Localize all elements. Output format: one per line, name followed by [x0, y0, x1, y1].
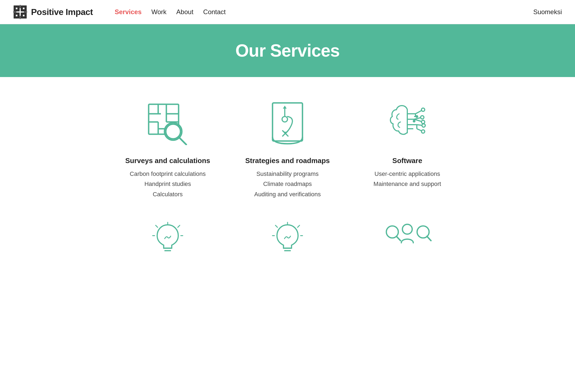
svg-point-48: [421, 120, 425, 124]
svg-point-49: [422, 124, 425, 127]
svg-line-64: [298, 225, 299, 227]
nav-contact[interactable]: Contact: [203, 8, 226, 16]
svg-point-47: [421, 116, 424, 119]
svg-rect-4: [16, 8, 17, 9]
service-title-software: Software: [392, 157, 422, 165]
hero-title: Our Services: [0, 41, 575, 61]
svg-line-56: [156, 225, 158, 227]
header: Positive Impact Services Work About Cont…: [0, 0, 575, 24]
list-item: Maintenance and support: [374, 179, 441, 189]
list-item: Carbon footprint calculations: [130, 169, 206, 179]
service-items-surveys: Carbon footprint calculations Handprint …: [130, 169, 206, 199]
list-item: Climate roadmaps: [254, 179, 321, 189]
svg-rect-5: [23, 8, 25, 9]
hero-banner: Our Services: [0, 24, 575, 77]
services-section: Surveys and calculations Carbon footprin…: [97, 77, 478, 210]
list-item: User-centric applications: [374, 169, 441, 179]
lightbulb-icon-1: [113, 221, 222, 254]
nav-services[interactable]: Services: [115, 8, 142, 16]
lightbulb-icon-2: [233, 221, 342, 254]
nav-about[interactable]: About: [176, 8, 194, 16]
svg-point-50: [421, 130, 425, 133]
service-title-strategies: Strategies and roadmaps: [245, 157, 330, 165]
svg-rect-7: [23, 15, 25, 16]
nav-lang[interactable]: Suomeksi: [533, 8, 562, 16]
bottom-icons-row: [97, 210, 478, 265]
svg-line-68: [396, 236, 400, 241]
nav-work[interactable]: Work: [151, 8, 167, 16]
svg-line-63: [276, 225, 277, 227]
svg-marker-31: [283, 106, 287, 109]
service-card-strategies: Strategies and roadmaps Sustainability p…: [233, 99, 342, 199]
svg-line-57: [178, 225, 180, 227]
logo-icon: [13, 5, 27, 19]
main-nav: Services Work About Contact Suomeksi: [115, 8, 562, 16]
service-items-strategies: Sustainability programs Climate roadmaps…: [254, 169, 321, 199]
service-title-surveys: Surveys and calculations: [125, 157, 210, 165]
list-item: Auditing and verifications: [254, 189, 321, 199]
list-item: Sustainability programs: [254, 169, 321, 179]
logo-text: Positive Impact: [31, 7, 93, 17]
list-item: Calculators: [130, 189, 206, 199]
logo-area: Positive Impact: [13, 5, 93, 19]
maze-search-icon: [143, 99, 192, 148]
svg-point-52: [413, 120, 415, 122]
map-route-icon: [263, 99, 312, 148]
svg-point-46: [421, 108, 425, 111]
service-card-software: Software User-centric applications Maint…: [353, 99, 462, 199]
svg-point-69: [402, 224, 412, 234]
service-card-surveys: Surveys and calculations Carbon footprin…: [113, 99, 222, 199]
svg-point-51: [415, 115, 418, 118]
list-item: Handprint studies: [130, 179, 206, 189]
svg-rect-6: [16, 15, 17, 16]
svg-line-22: [179, 137, 186, 145]
brain-circuit-icon: [383, 99, 432, 148]
svg-line-71: [427, 236, 431, 241]
svg-point-26: [282, 117, 288, 122]
service-items-software: User-centric applications Maintenance an…: [374, 169, 441, 189]
services-grid: Surveys and calculations Carbon footprin…: [113, 99, 462, 199]
search-people-icon: [353, 221, 462, 254]
